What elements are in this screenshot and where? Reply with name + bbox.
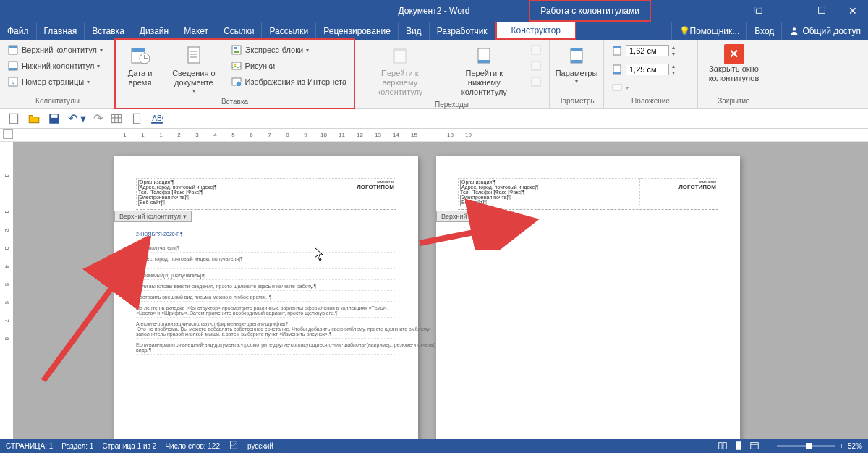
header-label-tab: Верхний колонтитул ▾: [114, 211, 192, 222]
header-label-tab: Верхний колонтитул ▾: [436, 211, 514, 222]
share-button[interactable]: Общий доступ: [781, 22, 868, 40]
svg-rect-29: [478, 60, 490, 63]
svg-rect-15: [188, 47, 200, 63]
view-print-layout-icon[interactable]: [733, 441, 744, 451]
page-2[interactable]: [Организация]¶[Адрес, город, почтовый ин…: [436, 156, 740, 439]
svg-rect-30: [532, 46, 540, 54]
group-label-navigation: Переходы: [359, 99, 545, 109]
svg-rect-43: [51, 114, 58, 118]
zoom-in-button[interactable]: +: [839, 442, 843, 450]
document-title: Документ2 - Word: [398, 6, 469, 16]
context-tab-header-footer: Работа с колонтитулами: [529, 0, 651, 22]
minimize-button[interactable]: ―: [774, 5, 806, 17]
group-label-position: Положение: [608, 96, 693, 105]
close-icon: ✕: [724, 44, 744, 64]
svg-text:#: #: [12, 80, 15, 86]
logo-text: ЛОГОТИПОМ: [642, 184, 716, 190]
svg-rect-34: [571, 48, 582, 51]
svg-text:ABC: ABC: [153, 114, 164, 122]
header-position-input[interactable]: [626, 45, 669, 56]
svg-rect-20: [234, 47, 237, 49]
svg-rect-35: [571, 60, 582, 63]
svg-rect-57: [723, 443, 726, 449]
status-page-of[interactable]: Страница 1 из 2: [102, 442, 156, 450]
tab-layout[interactable]: Макет: [176, 22, 216, 40]
footer-position-input[interactable]: [626, 64, 669, 75]
svg-point-25: [236, 81, 242, 87]
svg-rect-5: [9, 46, 17, 48]
svg-rect-40: [613, 85, 621, 90]
svg-point-23: [234, 64, 236, 66]
parameters-button[interactable]: Параметры: [551, 43, 603, 87]
svg-rect-50: [152, 122, 163, 123]
tab-view[interactable]: Вид: [399, 22, 430, 40]
close-button[interactable]: ✕: [838, 5, 868, 17]
qa-undo-button[interactable]: ↶ ▾: [68, 111, 86, 125]
tab-developer[interactable]: Разработчик: [430, 22, 495, 40]
qa-table-icon[interactable]: [110, 112, 123, 125]
qa-redo-button[interactable]: ↷: [93, 111, 103, 125]
tab-references[interactable]: Ссылки: [216, 22, 262, 40]
view-web-layout-icon[interactable]: [749, 441, 760, 451]
online-pictures-button[interactable]: Изображения из Интернета: [228, 75, 349, 89]
svg-rect-37: [613, 46, 621, 48]
margin-selector[interactable]: [3, 129, 13, 139]
close-header-footer-button[interactable]: ✕ Закрыть окно колонтитулов: [702, 43, 765, 85]
page-1[interactable]: [Организация]¶[Адрес, город, почтовый ин…: [114, 156, 418, 439]
zoom-level[interactable]: 52%: [848, 442, 862, 450]
svg-rect-2: [819, 7, 825, 13]
status-language[interactable]: русский: [247, 442, 273, 450]
maximize-button[interactable]: [806, 5, 838, 17]
goto-header-button[interactable]: Перейти к верхнему колонтитулу: [359, 43, 441, 99]
qa-open-icon[interactable]: [27, 112, 41, 125]
qa-new-file-icon[interactable]: [7, 112, 20, 125]
goto-footer-button[interactable]: Перейти к нижнему колонтитулу: [444, 43, 524, 99]
tab-mailings[interactable]: Рассылки: [262, 22, 316, 40]
status-page[interactable]: СТРАНИЦА: 1: [6, 442, 53, 450]
zoom-slider[interactable]: [777, 445, 835, 447]
zoom-out-button[interactable]: −: [768, 442, 773, 450]
svg-rect-48: [134, 114, 140, 124]
horizontal-ruler[interactable]: 111234567891011121314151819: [116, 129, 477, 141]
svg-rect-32: [532, 77, 540, 86]
svg-rect-41: [9, 114, 17, 124]
tab-review[interactable]: Рецензирование: [316, 22, 399, 40]
date-time-button[interactable]: Дата и время: [120, 43, 160, 89]
svg-rect-1: [756, 9, 762, 13]
group-label-close: Закрытие: [702, 96, 765, 105]
tab-designer[interactable]: Конструктор: [495, 22, 576, 40]
qa-page-setup-icon[interactable]: [130, 112, 143, 125]
tab-home[interactable]: Главная: [37, 22, 85, 40]
svg-rect-27: [394, 48, 406, 51]
tell-me-input[interactable]: 💡 Помощник...: [671, 22, 747, 40]
tab-design[interactable]: Дизайн: [132, 22, 176, 40]
svg-rect-59: [751, 443, 759, 449]
vertical-ruler[interactable]: 112345678: [0, 142, 13, 439]
qa-spellcheck-icon[interactable]: ABC: [150, 112, 163, 125]
group-label-insert: Вставка: [120, 96, 349, 106]
quick-parts-button[interactable]: Экспресс-блоки: [228, 43, 349, 57]
footer-dropdown[interactable]: Нижний колонтитул: [4, 59, 106, 73]
page-number-dropdown[interactable]: # Номер страницы: [4, 75, 106, 89]
status-section[interactable]: Раздел: 1: [61, 442, 93, 450]
logo-text: ЛОГОТИПОМ: [320, 184, 394, 190]
pictures-button[interactable]: Рисунки: [228, 59, 349, 73]
view-read-mode-icon[interactable]: [718, 441, 728, 451]
header-dropdown[interactable]: Верхний колонтитул: [4, 43, 106, 57]
group-label-options: Параметры: [554, 96, 599, 105]
svg-point-3: [793, 27, 796, 30]
status-spell-icon[interactable]: [229, 440, 239, 452]
document-info-button[interactable]: Сведения о документе: [163, 43, 224, 96]
status-word-count[interactable]: Число слов: 122: [165, 442, 220, 450]
qa-save-icon[interactable]: [48, 112, 61, 125]
svg-rect-39: [613, 72, 621, 74]
ribbon-options-icon[interactable]: [742, 5, 774, 17]
tab-insert[interactable]: Вставка: [85, 22, 132, 40]
svg-rect-56: [719, 443, 722, 449]
svg-rect-21: [234, 51, 239, 53]
login-button[interactable]: Вход: [746, 22, 781, 40]
svg-rect-11: [132, 48, 145, 52]
tab-file[interactable]: Файл: [0, 22, 37, 40]
svg-rect-31: [532, 62, 540, 70]
group-label-headers-footers: Колонтитулы: [4, 96, 111, 105]
